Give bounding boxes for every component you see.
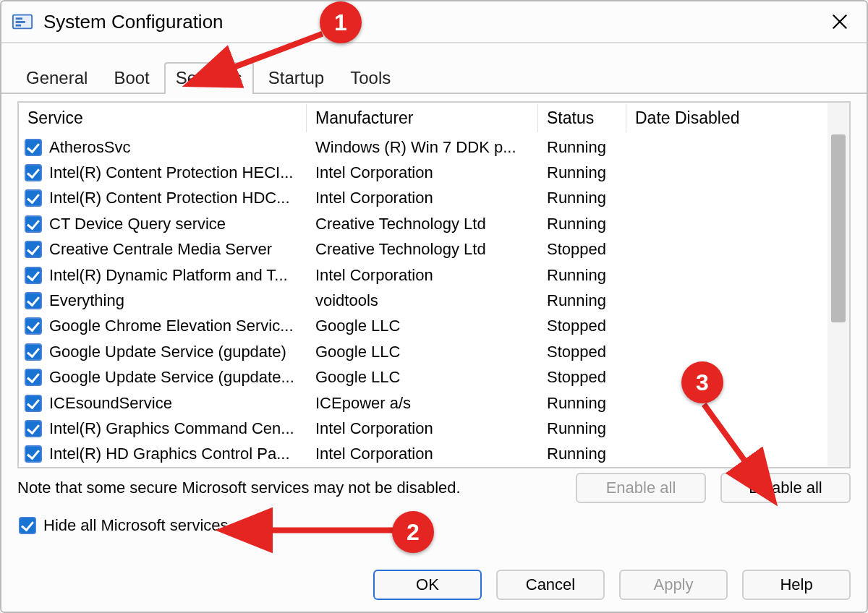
service-row[interactable]: Intel(R) Content Protection HECI...Intel… (19, 160, 827, 185)
service-manufacturer: Google LLC (307, 317, 538, 335)
service-row[interactable]: ICEsoundServiceICEpower a/sRunning (19, 390, 827, 416)
hide-ms-label[interactable]: Hide all Microsoft services (43, 516, 229, 535)
disable-all-button[interactable]: Disable all (720, 473, 851, 503)
svg-rect-2 (16, 21, 25, 23)
service-name: CT Device Query service (49, 215, 226, 233)
tab-boot[interactable]: Boot (102, 62, 161, 94)
column-headers: Service Manufacturer Status Date Disable… (19, 103, 827, 133)
header-service[interactable]: Service (19, 104, 307, 132)
header-date-disabled[interactable]: Date Disabled (626, 104, 827, 132)
services-list: Service Manufacturer Status Date Disable… (17, 101, 851, 468)
service-row[interactable]: Google Update Service (gupdate...Google … (19, 365, 827, 390)
vertical-scrollbar[interactable] (827, 103, 849, 467)
service-name: Google Update Service (gupdate... (49, 368, 294, 387)
svg-rect-3 (16, 25, 22, 27)
disabled-note: Note that some secure Microsoft services… (17, 479, 561, 497)
ok-button[interactable]: OK (373, 570, 482, 600)
close-button[interactable] (825, 7, 855, 37)
service-status: Stopped (538, 240, 626, 259)
service-name: Google Chrome Elevation Servic... (49, 317, 294, 335)
service-checkbox[interactable] (25, 317, 42, 335)
service-name: Intel(R) HD Graphics Control Pa... (49, 445, 290, 463)
service-checkbox[interactable] (25, 343, 42, 361)
service-name: ICEsoundService (49, 394, 172, 413)
service-row[interactable]: Intel(R) Graphics Command Cen...Intel Co… (19, 416, 827, 441)
hide-ms-checkbox[interactable] (19, 517, 36, 534)
service-row[interactable]: EverythingvoidtoolsRunning (19, 288, 827, 313)
header-manufacturer[interactable]: Manufacturer (307, 104, 538, 132)
service-row[interactable]: CT Device Query serviceCreative Technolo… (19, 211, 827, 236)
system-configuration-window: System Configuration GeneralBootServices… (0, 0, 868, 613)
apply-button[interactable]: Apply (619, 570, 728, 600)
service-row[interactable]: Intel(R) HD Graphics Control Pa...Intel … (19, 442, 827, 467)
service-checkbox[interactable] (25, 215, 42, 233)
title-bar: System Configuration (1, 1, 867, 43)
service-checkbox[interactable] (25, 395, 42, 412)
service-manufacturer: Intel Corporation (307, 419, 538, 438)
service-status: Running (538, 419, 626, 438)
service-status: Running (538, 445, 626, 463)
svg-rect-1 (16, 17, 22, 20)
tab-services[interactable]: Services (164, 62, 254, 94)
tab-tools[interactable]: Tools (339, 62, 402, 94)
service-checkbox[interactable] (25, 267, 42, 284)
service-manufacturer: Creative Technology Ltd (307, 215, 538, 233)
tab-startup[interactable]: Startup (257, 62, 336, 94)
service-checkbox[interactable] (25, 164, 42, 181)
service-manufacturer: Intel Corporation (307, 445, 538, 463)
help-button[interactable]: Help (742, 570, 851, 600)
window-title: System Configuration (43, 11, 224, 33)
service-checkbox[interactable] (25, 241, 42, 258)
service-manufacturer: voidtools (307, 291, 538, 310)
enable-all-button[interactable]: Enable all (576, 473, 706, 503)
service-checkbox[interactable] (25, 189, 42, 207)
scrollbar-thumb[interactable] (831, 134, 846, 322)
service-name: Intel(R) Content Protection HECI... (49, 163, 293, 182)
service-status: Stopped (538, 343, 626, 361)
service-status: Stopped (538, 317, 626, 335)
cancel-button[interactable]: Cancel (496, 570, 605, 600)
service-status: Running (538, 189, 626, 207)
service-checkbox[interactable] (25, 292, 42, 309)
service-row[interactable]: Google Update Service (gupdate)Google LL… (19, 339, 827, 364)
service-manufacturer: ICEpower a/s (307, 394, 538, 413)
service-name: Intel(R) Content Protection HDC... (49, 189, 290, 207)
service-name: Everything (49, 291, 124, 310)
service-name: Intel(R) Dynamic Platform and T... (49, 266, 288, 285)
service-name: Google Update Service (gupdate) (49, 343, 286, 361)
service-manufacturer: Creative Technology Ltd (307, 240, 538, 259)
service-row[interactable]: Creative Centrale Media ServerCreative T… (19, 237, 827, 262)
service-status: Running (538, 266, 626, 285)
service-manufacturer: Google LLC (307, 343, 538, 361)
service-name: Creative Centrale Media Server (49, 240, 272, 259)
service-row[interactable]: Google Chrome Elevation Servic...Google … (19, 314, 827, 339)
service-name: Intel(R) Graphics Command Cen... (49, 419, 294, 438)
service-row[interactable]: Intel(R) Content Protection HDC...Intel … (19, 186, 827, 211)
tab-content-services: Service Manufacturer Status Date Disable… (1, 94, 867, 535)
service-manufacturer: Google LLC (307, 368, 538, 387)
service-name: AtherosSvc (49, 138, 131, 157)
service-row[interactable]: Intel(R) Dynamic Platform and T...Intel … (19, 262, 827, 288)
service-checkbox[interactable] (25, 369, 42, 386)
service-manufacturer: Intel Corporation (307, 163, 538, 182)
header-status[interactable]: Status (538, 104, 626, 132)
dialog-buttons: OK Cancel Apply Help (373, 570, 851, 600)
service-manufacturer: Intel Corporation (307, 266, 538, 285)
service-checkbox[interactable] (25, 139, 42, 156)
tab-general[interactable]: General (14, 62, 99, 94)
service-row[interactable]: AtherosSvcWindows (R) Win 7 DDK p...Runn… (19, 134, 827, 160)
service-status: Running (538, 215, 626, 233)
service-status: Running (538, 394, 626, 413)
service-manufacturer: Windows (R) Win 7 DDK p... (307, 138, 538, 157)
tab-strip: GeneralBootServicesStartupTools (1, 43, 867, 94)
service-manufacturer: Intel Corporation (307, 189, 538, 207)
service-checkbox[interactable] (25, 445, 42, 463)
service-rows: AtherosSvcWindows (R) Win 7 DDK p...Runn… (19, 133, 827, 467)
service-status: Stopped (538, 368, 626, 387)
service-status: Running (538, 138, 626, 157)
service-status: Running (538, 291, 626, 310)
app-icon (12, 11, 33, 33)
service-checkbox[interactable] (25, 420, 42, 437)
service-status: Running (538, 163, 626, 182)
